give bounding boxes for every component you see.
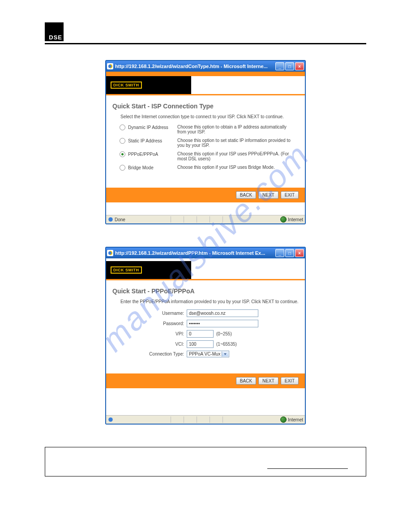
exit-button[interactable]: EXIT — [281, 191, 299, 199]
panel-title: Quick Start - ISP Connection Type — [112, 103, 299, 110]
window-title: http://192.168.1.2/wizard/wizardPPP.htm … — [115, 250, 275, 256]
statusbar: Done Internet — [106, 215, 305, 223]
vpi-label: VPI: — [112, 331, 187, 336]
option-label: PPPoE/PPPoA — [128, 152, 158, 157]
vci-input[interactable]: 100 — [187, 340, 214, 348]
option-row[interactable]: Static IP Address Choose this option to … — [112, 138, 299, 148]
panel-title: Quick Start - PPPoE/PPPoA — [112, 287, 299, 295]
option-desc: Choose this option if your ISP uses Brid… — [177, 165, 299, 170]
brand-logo: DICK SMITH — [106, 76, 191, 94]
minimize-button[interactable]: _ — [275, 62, 284, 70]
svg-point-1 — [108, 217, 113, 222]
window-isp-connection-type: http://192.168.1.2/wizard/wizardConType.… — [105, 60, 306, 224]
vci-label: VCI: — [112, 342, 187, 347]
footer-box — [45, 447, 366, 476]
status-text: Done — [115, 217, 125, 222]
titlebar: http://192.168.1.2/wizard/wizardPPP.htm … — [106, 248, 305, 258]
vpi-input[interactable]: 0 — [187, 330, 214, 338]
username-input[interactable]: dse@woosh.co.nz — [187, 309, 258, 317]
radio-pppoe[interactable] — [120, 151, 125, 157]
minimize-button[interactable]: _ — [275, 249, 284, 257]
option-row[interactable]: Bridge Mode Choose this option if your I… — [112, 165, 299, 171]
underline — [267, 468, 348, 469]
radio-static-ip[interactable] — [120, 138, 125, 144]
internet-zone-icon — [280, 216, 287, 223]
panel-subtitle: Enter the PPPoE/PPPoA information provid… — [120, 299, 299, 304]
maximize-button[interactable]: □ — [285, 62, 294, 70]
option-row[interactable]: Dynamic IP Address Choose this option to… — [112, 124, 299, 134]
vpi-hint: (0~255) — [216, 331, 232, 336]
conn-type-select[interactable]: PPPoA VC-Mux — [187, 351, 229, 357]
status-zone: Internet — [288, 417, 303, 422]
panel-subtitle: Select the Internet connection type to c… — [120, 114, 299, 119]
window-pppoe-settings: http://192.168.1.2/wizard/wizardPPP.htm … — [105, 247, 306, 425]
next-button[interactable]: NEXT — [258, 191, 278, 199]
back-button[interactable]: BACK — [236, 191, 256, 199]
back-button[interactable]: BACK — [236, 377, 256, 385]
button-bar: BACK NEXT EXIT — [106, 188, 305, 202]
ie-icon — [107, 250, 113, 256]
option-desc: Choose this option if your ISP uses PPPo… — [177, 151, 299, 161]
option-label: Static IP Address — [128, 138, 162, 143]
divider — [45, 43, 366, 44]
option-label: Bridge Mode — [128, 165, 154, 170]
ie-icon — [107, 63, 113, 69]
close-button[interactable]: × — [295, 249, 304, 257]
window-title: http://192.168.1.2/wizard/wizardConType.… — [115, 64, 275, 69]
option-desc: Choose this option to obtain a IP addres… — [177, 124, 299, 134]
option-row[interactable]: PPPoE/PPPoA Choose this option if your I… — [112, 151, 299, 161]
maximize-button[interactable]: □ — [285, 249, 294, 257]
orange-strip — [106, 72, 305, 76]
brand-logo: DICK SMITH — [106, 261, 191, 279]
option-label: Dynamic IP Address — [128, 125, 168, 130]
username-label: Username: — [112, 311, 187, 316]
radio-bridge[interactable] — [120, 165, 125, 171]
password-label: Password: — [112, 321, 187, 326]
dse-logo: DSE — [45, 22, 64, 41]
close-button[interactable]: × — [295, 62, 304, 70]
statusbar: Internet — [106, 415, 305, 424]
option-desc: Choose this option to set static IP info… — [177, 138, 299, 148]
svg-point-3 — [108, 417, 113, 422]
next-button[interactable]: NEXT — [258, 377, 278, 385]
vci-hint: (1~65535) — [216, 342, 237, 347]
status-zone: Internet — [288, 217, 303, 222]
ie-icon — [108, 217, 113, 222]
conn-type-label: Connection Type: — [112, 352, 187, 356]
password-input[interactable]: ••••••• — [187, 320, 258, 327]
ie-icon — [108, 417, 113, 422]
internet-zone-icon — [280, 416, 287, 423]
button-bar: BACK NEXT EXIT — [106, 373, 305, 388]
titlebar: http://192.168.1.2/wizard/wizardConType.… — [106, 61, 305, 72]
radio-dynamic-ip[interactable] — [120, 124, 125, 130]
exit-button[interactable]: EXIT — [281, 377, 299, 385]
